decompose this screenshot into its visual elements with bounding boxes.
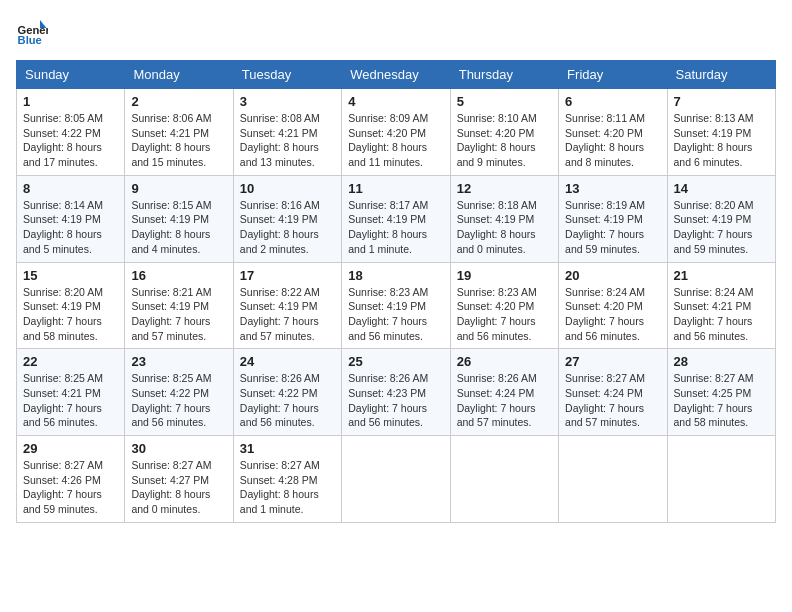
- weekday-header-thursday: Thursday: [450, 61, 558, 89]
- calendar-day-17: 17Sunrise: 8:22 AM Sunset: 4:19 PM Dayli…: [233, 262, 341, 349]
- day-number: 18: [348, 268, 443, 283]
- day-number: 13: [565, 181, 660, 196]
- calendar-day-20: 20Sunrise: 8:24 AM Sunset: 4:20 PM Dayli…: [559, 262, 667, 349]
- empty-cell: [450, 436, 558, 523]
- day-number: 25: [348, 354, 443, 369]
- day-info: Sunrise: 8:27 AM Sunset: 4:24 PM Dayligh…: [565, 371, 660, 430]
- day-number: 24: [240, 354, 335, 369]
- day-number: 11: [348, 181, 443, 196]
- day-info: Sunrise: 8:13 AM Sunset: 4:19 PM Dayligh…: [674, 111, 769, 170]
- calendar-day-26: 26Sunrise: 8:26 AM Sunset: 4:24 PM Dayli…: [450, 349, 558, 436]
- day-info: Sunrise: 8:05 AM Sunset: 4:22 PM Dayligh…: [23, 111, 118, 170]
- calendar-day-22: 22Sunrise: 8:25 AM Sunset: 4:21 PM Dayli…: [17, 349, 125, 436]
- day-info: Sunrise: 8:23 AM Sunset: 4:19 PM Dayligh…: [348, 285, 443, 344]
- calendar-day-23: 23Sunrise: 8:25 AM Sunset: 4:22 PM Dayli…: [125, 349, 233, 436]
- day-info: Sunrise: 8:19 AM Sunset: 4:19 PM Dayligh…: [565, 198, 660, 257]
- day-number: 6: [565, 94, 660, 109]
- calendar-day-7: 7Sunrise: 8:13 AM Sunset: 4:19 PM Daylig…: [667, 89, 775, 176]
- day-info: Sunrise: 8:20 AM Sunset: 4:19 PM Dayligh…: [23, 285, 118, 344]
- calendar-day-15: 15Sunrise: 8:20 AM Sunset: 4:19 PM Dayli…: [17, 262, 125, 349]
- day-info: Sunrise: 8:27 AM Sunset: 4:27 PM Dayligh…: [131, 458, 226, 517]
- day-number: 17: [240, 268, 335, 283]
- day-number: 10: [240, 181, 335, 196]
- day-number: 8: [23, 181, 118, 196]
- calendar-day-25: 25Sunrise: 8:26 AM Sunset: 4:23 PM Dayli…: [342, 349, 450, 436]
- calendar-day-10: 10Sunrise: 8:16 AM Sunset: 4:19 PM Dayli…: [233, 175, 341, 262]
- empty-cell: [667, 436, 775, 523]
- logo-icon: General Blue: [16, 16, 48, 48]
- day-number: 30: [131, 441, 226, 456]
- weekday-header-friday: Friday: [559, 61, 667, 89]
- day-number: 14: [674, 181, 769, 196]
- day-info: Sunrise: 8:27 AM Sunset: 4:26 PM Dayligh…: [23, 458, 118, 517]
- calendar-day-14: 14Sunrise: 8:20 AM Sunset: 4:19 PM Dayli…: [667, 175, 775, 262]
- day-info: Sunrise: 8:16 AM Sunset: 4:19 PM Dayligh…: [240, 198, 335, 257]
- day-number: 15: [23, 268, 118, 283]
- day-number: 1: [23, 94, 118, 109]
- day-number: 9: [131, 181, 226, 196]
- day-info: Sunrise: 8:11 AM Sunset: 4:20 PM Dayligh…: [565, 111, 660, 170]
- calendar-day-12: 12Sunrise: 8:18 AM Sunset: 4:19 PM Dayli…: [450, 175, 558, 262]
- day-info: Sunrise: 8:24 AM Sunset: 4:20 PM Dayligh…: [565, 285, 660, 344]
- day-number: 28: [674, 354, 769, 369]
- calendar-day-21: 21Sunrise: 8:24 AM Sunset: 4:21 PM Dayli…: [667, 262, 775, 349]
- day-number: 3: [240, 94, 335, 109]
- day-info: Sunrise: 8:26 AM Sunset: 4:22 PM Dayligh…: [240, 371, 335, 430]
- weekday-header-monday: Monday: [125, 61, 233, 89]
- weekday-header-wednesday: Wednesday: [342, 61, 450, 89]
- calendar-day-5: 5Sunrise: 8:10 AM Sunset: 4:20 PM Daylig…: [450, 89, 558, 176]
- day-number: 29: [23, 441, 118, 456]
- calendar-day-4: 4Sunrise: 8:09 AM Sunset: 4:20 PM Daylig…: [342, 89, 450, 176]
- day-number: 16: [131, 268, 226, 283]
- day-info: Sunrise: 8:09 AM Sunset: 4:20 PM Dayligh…: [348, 111, 443, 170]
- day-info: Sunrise: 8:17 AM Sunset: 4:19 PM Dayligh…: [348, 198, 443, 257]
- day-info: Sunrise: 8:06 AM Sunset: 4:21 PM Dayligh…: [131, 111, 226, 170]
- day-number: 22: [23, 354, 118, 369]
- day-number: 19: [457, 268, 552, 283]
- calendar-day-19: 19Sunrise: 8:23 AM Sunset: 4:20 PM Dayli…: [450, 262, 558, 349]
- calendar-day-30: 30Sunrise: 8:27 AM Sunset: 4:27 PM Dayli…: [125, 436, 233, 523]
- weekday-header-saturday: Saturday: [667, 61, 775, 89]
- weekday-header-tuesday: Tuesday: [233, 61, 341, 89]
- calendar-day-11: 11Sunrise: 8:17 AM Sunset: 4:19 PM Dayli…: [342, 175, 450, 262]
- calendar-day-28: 28Sunrise: 8:27 AM Sunset: 4:25 PM Dayli…: [667, 349, 775, 436]
- day-info: Sunrise: 8:26 AM Sunset: 4:24 PM Dayligh…: [457, 371, 552, 430]
- calendar-day-24: 24Sunrise: 8:26 AM Sunset: 4:22 PM Dayli…: [233, 349, 341, 436]
- calendar-day-16: 16Sunrise: 8:21 AM Sunset: 4:19 PM Dayli…: [125, 262, 233, 349]
- calendar-day-27: 27Sunrise: 8:27 AM Sunset: 4:24 PM Dayli…: [559, 349, 667, 436]
- day-info: Sunrise: 8:21 AM Sunset: 4:19 PM Dayligh…: [131, 285, 226, 344]
- day-info: Sunrise: 8:20 AM Sunset: 4:19 PM Dayligh…: [674, 198, 769, 257]
- day-info: Sunrise: 8:24 AM Sunset: 4:21 PM Dayligh…: [674, 285, 769, 344]
- day-number: 27: [565, 354, 660, 369]
- svg-text:Blue: Blue: [18, 34, 42, 46]
- day-info: Sunrise: 8:27 AM Sunset: 4:28 PM Dayligh…: [240, 458, 335, 517]
- weekday-header-sunday: Sunday: [17, 61, 125, 89]
- day-number: 26: [457, 354, 552, 369]
- day-info: Sunrise: 8:10 AM Sunset: 4:20 PM Dayligh…: [457, 111, 552, 170]
- day-number: 12: [457, 181, 552, 196]
- empty-cell: [342, 436, 450, 523]
- day-info: Sunrise: 8:25 AM Sunset: 4:22 PM Dayligh…: [131, 371, 226, 430]
- calendar-day-9: 9Sunrise: 8:15 AM Sunset: 4:19 PM Daylig…: [125, 175, 233, 262]
- day-info: Sunrise: 8:27 AM Sunset: 4:25 PM Dayligh…: [674, 371, 769, 430]
- day-number: 7: [674, 94, 769, 109]
- calendar-day-6: 6Sunrise: 8:11 AM Sunset: 4:20 PM Daylig…: [559, 89, 667, 176]
- page-header: General Blue: [16, 16, 776, 48]
- day-info: Sunrise: 8:18 AM Sunset: 4:19 PM Dayligh…: [457, 198, 552, 257]
- day-number: 23: [131, 354, 226, 369]
- calendar-day-2: 2Sunrise: 8:06 AM Sunset: 4:21 PM Daylig…: [125, 89, 233, 176]
- day-info: Sunrise: 8:23 AM Sunset: 4:20 PM Dayligh…: [457, 285, 552, 344]
- calendar-day-18: 18Sunrise: 8:23 AM Sunset: 4:19 PM Dayli…: [342, 262, 450, 349]
- calendar-day-8: 8Sunrise: 8:14 AM Sunset: 4:19 PM Daylig…: [17, 175, 125, 262]
- empty-cell: [559, 436, 667, 523]
- day-info: Sunrise: 8:25 AM Sunset: 4:21 PM Dayligh…: [23, 371, 118, 430]
- calendar-day-3: 3Sunrise: 8:08 AM Sunset: 4:21 PM Daylig…: [233, 89, 341, 176]
- day-info: Sunrise: 8:22 AM Sunset: 4:19 PM Dayligh…: [240, 285, 335, 344]
- calendar-day-1: 1Sunrise: 8:05 AM Sunset: 4:22 PM Daylig…: [17, 89, 125, 176]
- day-info: Sunrise: 8:14 AM Sunset: 4:19 PM Dayligh…: [23, 198, 118, 257]
- day-number: 21: [674, 268, 769, 283]
- day-number: 20: [565, 268, 660, 283]
- calendar-day-31: 31Sunrise: 8:27 AM Sunset: 4:28 PM Dayli…: [233, 436, 341, 523]
- day-info: Sunrise: 8:26 AM Sunset: 4:23 PM Dayligh…: [348, 371, 443, 430]
- day-number: 4: [348, 94, 443, 109]
